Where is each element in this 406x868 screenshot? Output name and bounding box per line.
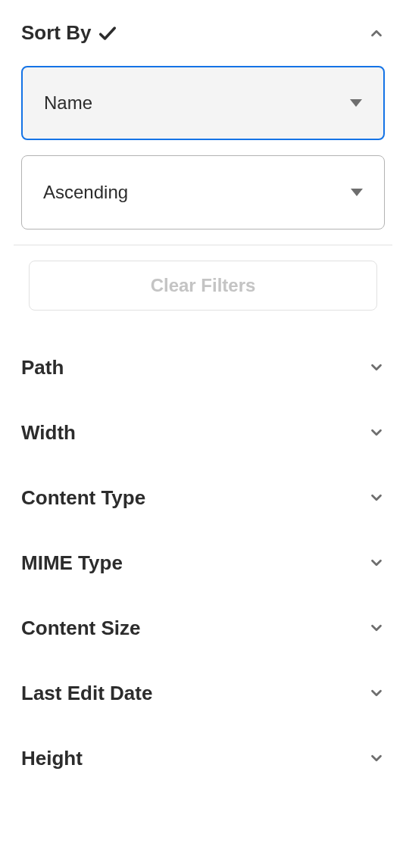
chevron-down-icon: [368, 554, 385, 571]
svg-marker-1: [351, 189, 363, 196]
chevron-up-icon: [368, 25, 385, 42]
sort-by-header[interactable]: Sort By: [21, 21, 385, 45]
filter-row-height[interactable]: Height: [21, 726, 385, 791]
chevron-down-icon: [368, 489, 385, 506]
sort-field-select[interactable]: Name: [21, 66, 385, 140]
chevron-down-icon: [368, 750, 385, 767]
filter-label: Content Type: [21, 486, 145, 510]
caret-down-icon: [350, 99, 362, 107]
caret-down-icon: [351, 189, 363, 196]
chevron-down-icon: [368, 620, 385, 636]
filter-row-content-size[interactable]: Content Size: [21, 595, 385, 660]
filter-row-mime-type[interactable]: MIME Type: [21, 530, 385, 595]
filter-row-content-type[interactable]: Content Type: [21, 465, 385, 530]
filter-label: Path: [21, 356, 64, 379]
filter-label: MIME Type: [21, 551, 123, 575]
filter-row-width[interactable]: Width: [21, 400, 385, 465]
chevron-down-icon: [368, 359, 385, 376]
svg-marker-0: [350, 99, 362, 107]
sort-direction-select[interactable]: Ascending: [21, 155, 385, 229]
divider: [14, 245, 392, 245]
sort-direction-value: Ascending: [43, 182, 128, 203]
filter-row-path[interactable]: Path: [21, 335, 385, 400]
filter-label: Content Size: [21, 617, 140, 640]
filter-label: Height: [21, 747, 83, 770]
filter-row-last-edit-date[interactable]: Last Edit Date: [21, 660, 385, 726]
clear-filters-button[interactable]: Clear Filters: [29, 261, 377, 311]
sort-by-title: Sort By: [21, 21, 91, 45]
chevron-down-icon: [368, 685, 385, 701]
sort-by-label-group: Sort By: [21, 21, 118, 45]
check-icon: [97, 23, 118, 44]
filter-label: Width: [21, 421, 76, 445]
sort-field-value: Name: [44, 92, 92, 114]
chevron-down-icon: [368, 424, 385, 441]
filter-label: Last Edit Date: [21, 682, 152, 705]
